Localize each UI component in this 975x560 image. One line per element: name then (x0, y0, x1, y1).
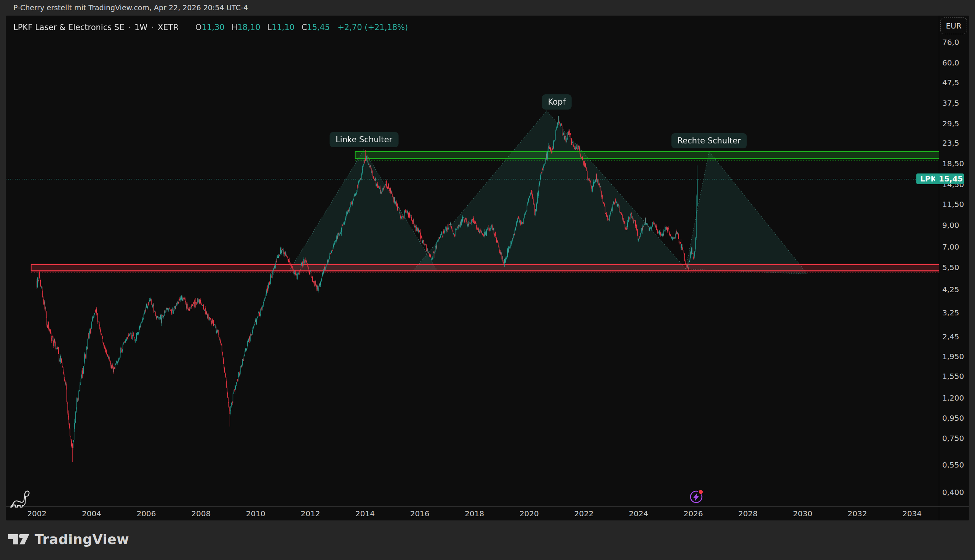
price-tick-label: 1,950 (942, 352, 969, 361)
attribution-bar: P-Cherry erstellt mit TradingView.com, A… (0, 0, 975, 16)
price-tick-label: 3,25 (942, 308, 969, 317)
price-tick-label: 47,5 (942, 78, 969, 87)
price-tick-label: 0,400 (942, 488, 969, 497)
time-tick-label: 2022 (574, 509, 594, 518)
price-tick-label: 1,550 (942, 372, 969, 381)
attribution-text: P-Cherry erstellt mit TradingView.com, A… (13, 0, 248, 16)
price-tick-label: 0,950 (942, 413, 969, 423)
time-tick-label: 2014 (355, 509, 375, 518)
time-tick-label: 2020 (520, 509, 539, 518)
ohlc-value: 15,45 (307, 23, 330, 32)
price-tick-label: 0,750 (942, 434, 969, 443)
symbol-legend[interactable]: LPKF Laser & Electronics SE·1W·XETRO11,3… (13, 23, 408, 32)
tradingview-logo[interactable]: TradingView (8, 532, 129, 547)
ohlc-key: H (232, 23, 237, 32)
candlestick-chart-canvas[interactable] (6, 16, 939, 507)
time-tick-label: 2004 (82, 509, 101, 518)
time-tick-label: 2026 (684, 509, 703, 518)
tradingview-chart-page: P-Cherry erstellt mit TradingView.com, A… (0, 0, 975, 560)
time-tick-label: 2034 (902, 509, 921, 518)
price-tick-label: 76,0 (942, 38, 969, 47)
ohlc-value: 11,30 (202, 23, 225, 32)
price-tick-label: 60,0 (942, 58, 969, 67)
ohlc-key: C (301, 23, 307, 32)
price-tick-label: 18,50 (942, 159, 969, 168)
linke-schulter-label[interactable]: Linke Schulter (329, 132, 398, 147)
time-tick-label: 2006 (137, 509, 156, 518)
change-value: +2,70 (+21,18%) (338, 23, 408, 32)
legend-separator: · (151, 23, 154, 32)
rechte-schulter-label[interactable]: Rechte Schulter (671, 133, 747, 148)
legend-interval: 1W (134, 23, 147, 32)
time-tick-label: 2024 (629, 509, 648, 518)
time-tick-label: 2008 (191, 509, 211, 518)
currency-button-label: EUR (946, 21, 961, 30)
time-tick-label: 2010 (246, 509, 266, 518)
price-axis-separator (939, 16, 939, 520)
last-price-symbol-text: LPK (920, 174, 937, 183)
last-price-value-tag: 15,45 (935, 173, 964, 184)
time-tick-label: 2012 (301, 509, 320, 518)
price-tick-label: 2,45 (942, 332, 969, 341)
price-tick-label: 9,00 (942, 221, 969, 230)
notification-dot (699, 490, 703, 494)
time-tick-label: 2030 (793, 509, 813, 518)
symbol-title: LPKF Laser & Electronics SE (13, 23, 124, 32)
time-tick-label: 2018 (465, 509, 484, 518)
currency-button[interactable]: EUR (940, 18, 967, 34)
legend-separator: · (128, 23, 130, 32)
tradingview-logo-glyph (8, 532, 30, 547)
time-tick-label: 2028 (738, 509, 758, 518)
price-tick-label: 37,5 (942, 98, 969, 108)
dino-icon (9, 488, 30, 511)
price-tick-label: 29,5 (942, 119, 969, 128)
time-tick-label: 2032 (848, 509, 867, 518)
ohlc-key: O (196, 23, 202, 32)
ohlc-values: O11,30H18,10L11,10C15,45 (189, 23, 330, 32)
kopf-label[interactable]: Kopf (542, 94, 572, 110)
price-tick-label: 1,200 (942, 393, 969, 402)
ohlc-value: 11,10 (271, 23, 294, 32)
ohlc-key: L (268, 23, 272, 32)
time-axis-separator (6, 507, 969, 507)
price-tick-label: 4,25 (942, 285, 969, 294)
ohlc-value: 18,10 (237, 23, 260, 32)
price-tick-label: 23,5 (942, 138, 969, 148)
tradingview-logo-text: TradingView (35, 532, 129, 547)
price-tick-label: 0,550 (942, 460, 969, 470)
price-tick-label: 5,50 (942, 263, 969, 272)
last-price-value-text: 15,45 (939, 174, 963, 183)
time-tick-label: 2002 (27, 509, 47, 518)
lightning-events-icon[interactable] (688, 488, 704, 506)
price-tick-label: 7,00 (942, 242, 969, 252)
price-tick-label: 11,50 (942, 200, 969, 209)
legend-exchange: XETR (158, 23, 179, 32)
time-tick-label: 2016 (410, 509, 430, 518)
